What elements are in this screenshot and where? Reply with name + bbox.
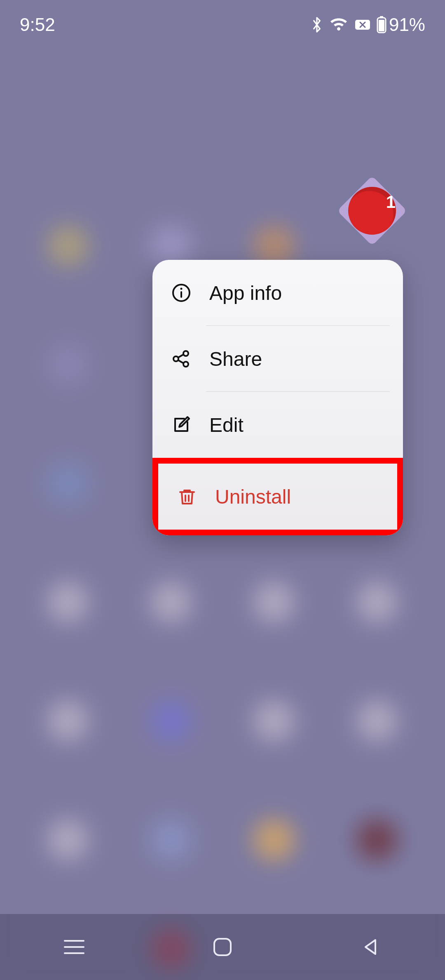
battery-icon: [377, 16, 386, 33]
battery-percent: 91%: [389, 14, 425, 35]
menu-label: Share: [209, 348, 386, 370]
battery-indicator: 91%: [377, 14, 425, 35]
menu-label: App info: [209, 282, 386, 304]
menu-item-share[interactable]: Share: [152, 326, 403, 392]
menu-item-app-info[interactable]: App info: [152, 260, 403, 326]
svg-point-9: [183, 362, 188, 367]
status-icons: 91%: [311, 14, 425, 35]
status-bar: 9:52 91%: [0, 0, 445, 49]
navigation-bar: [0, 914, 445, 980]
svg-point-6: [180, 288, 183, 290]
svg-rect-17: [214, 939, 231, 955]
wifi-icon: [329, 16, 349, 33]
menu-label: Edit: [209, 414, 386, 436]
menu-item-uninstall[interactable]: Uninstall: [152, 458, 403, 535]
bluetooth-icon: [311, 16, 323, 34]
edit-icon: [170, 413, 193, 436]
app-context-menu: App info Share Edit: [152, 260, 403, 535]
nav-recents-button[interactable]: [56, 928, 93, 966]
menu-item-edit[interactable]: Edit: [152, 392, 403, 458]
long-pressed-app-icon[interactable]: 1: [341, 180, 403, 242]
sim-error-icon: [354, 18, 371, 31]
svg-rect-3: [379, 20, 384, 31]
svg-line-11: [178, 360, 184, 363]
trash-icon: [176, 485, 199, 508]
nav-back-button[interactable]: [352, 928, 389, 966]
info-icon: [170, 281, 193, 304]
share-icon: [170, 347, 193, 370]
svg-point-7: [183, 351, 188, 356]
svg-point-8: [173, 356, 178, 361]
status-time: 9:52: [20, 14, 55, 35]
notification-badge: 1: [386, 192, 396, 212]
nav-home-button[interactable]: [204, 928, 241, 966]
svg-line-10: [178, 354, 184, 358]
menu-label: Uninstall: [215, 485, 380, 508]
